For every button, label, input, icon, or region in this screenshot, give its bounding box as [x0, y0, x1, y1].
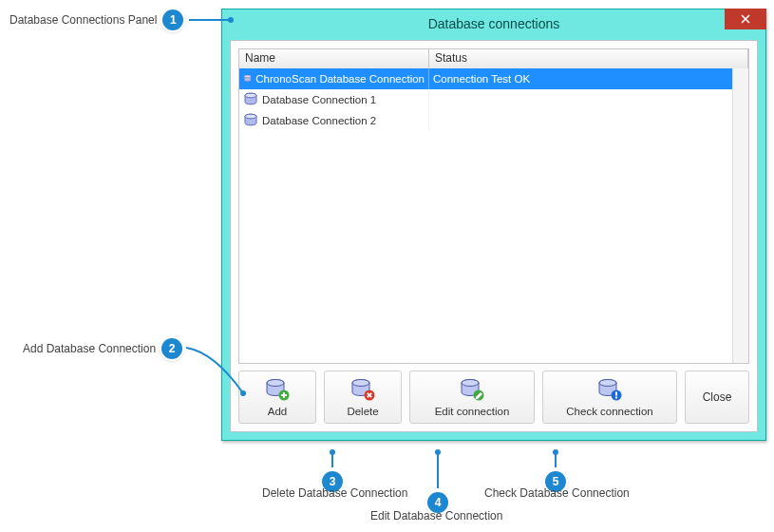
annotation-3-text: Delete Database Connection	[262, 486, 407, 500]
svg-point-16	[599, 380, 616, 387]
cell-name-text: Database Connection 2	[262, 115, 376, 126]
titlebar: Database connections	[222, 10, 765, 38]
connections-grid: Name Status ChronoScan Database Connecti…	[238, 48, 749, 364]
table-row[interactable]: Database Connection 1	[239, 89, 733, 110]
cell-name-text: ChronoScan Database Connection	[255, 73, 425, 85]
svg-point-22	[330, 449, 335, 455]
svg-point-13	[462, 380, 479, 387]
svg-rect-19	[615, 397, 617, 399]
check-connection-button[interactable]: Check connection	[542, 370, 677, 424]
col-status[interactable]: Status	[429, 49, 748, 68]
table-row[interactable]: ChronoScan Database ConnectionConnection…	[239, 68, 733, 89]
cell-status	[429, 89, 733, 110]
annotation-5-label: Check Database Connection	[484, 486, 630, 500]
annotation-3-bubble: 3	[322, 471, 343, 492]
database-icon	[243, 113, 258, 128]
annotation-5: 5	[545, 450, 566, 492]
annotation-4-bubble: 4	[427, 492, 448, 513]
svg-point-7	[267, 380, 284, 387]
add-button[interactable]: Add	[238, 370, 316, 424]
annotation-3-connector	[327, 450, 338, 467]
svg-rect-18	[615, 392, 617, 396]
db-check-icon	[597, 378, 622, 401]
annotation-4-connector	[432, 450, 444, 488]
svg-point-1	[244, 75, 251, 78]
db-connections-window: Database connections Name Status ChronoS…	[221, 9, 766, 441]
svg-point-3	[245, 93, 256, 98]
annotation-1: Database Connections Panel 1	[9, 10, 235, 30]
svg-point-5	[245, 114, 256, 119]
annotation-3: 3	[322, 450, 343, 492]
cell-name: ChronoScan Database Connection	[239, 68, 429, 89]
delete-button[interactable]: Delete	[324, 370, 402, 424]
annotation-4-text: Edit Database Connection	[370, 509, 502, 522]
annotation-2: Add Database Connection 2	[23, 338, 182, 359]
cell-status: Connection Test OK	[429, 68, 733, 89]
annotation-2-label: Add Database Connection	[23, 342, 156, 355]
window-title: Database connections	[428, 16, 560, 31]
annotation-5-bubble: 5	[545, 471, 566, 492]
close-icon	[740, 13, 751, 25]
table-row[interactable]: Database Connection 2	[239, 110, 733, 131]
annotation-4-label: Edit Database Connection	[370, 509, 502, 522]
add-button-label: Add	[268, 407, 287, 418]
cell-status	[429, 110, 733, 131]
annotation-4: 4	[427, 450, 448, 513]
db-edit-icon	[460, 378, 484, 401]
edit-connection-button[interactable]: Edit connection	[409, 370, 535, 424]
annotation-1-bubble: 1	[162, 10, 183, 30]
svg-point-10	[352, 380, 369, 387]
delete-button-label: Delete	[347, 407, 378, 418]
toolbar: Add Delete	[238, 370, 749, 424]
annotation-1-label: Database Connections Panel	[9, 13, 157, 27]
annotation-3-label: Delete Database Connection	[262, 486, 407, 500]
edit-connection-button-label: Edit connection	[435, 407, 510, 418]
grid-header: Name Status	[239, 49, 748, 69]
cell-status-text: Connection Test OK	[433, 73, 530, 85]
db-delete-icon	[350, 378, 375, 401]
col-name[interactable]: Name	[239, 49, 429, 68]
svg-point-23	[435, 449, 441, 455]
check-connection-button-label: Check connection	[566, 407, 652, 418]
cell-name: Database Connection 1	[239, 89, 429, 110]
annotation-2-bubble: 2	[161, 338, 182, 359]
client-area: Name Status ChronoScan Database Connecti…	[230, 40, 758, 432]
db-add-icon	[265, 378, 290, 401]
cell-name: Database Connection 2	[239, 110, 429, 131]
annotation-5-text: Check Database Connection	[484, 486, 630, 500]
grid-body: ChronoScan Database ConnectionConnection…	[239, 68, 733, 363]
database-icon	[243, 71, 252, 86]
close-button-label: Close	[703, 390, 732, 404]
annotation-5-connector	[550, 450, 561, 467]
window-close-button[interactable]	[725, 9, 766, 29]
database-icon	[243, 92, 258, 107]
grid-scrollbar[interactable]	[732, 68, 748, 363]
close-button[interactable]: Close	[685, 370, 749, 424]
svg-point-24	[553, 449, 558, 455]
cell-name-text: Database Connection 1	[262, 94, 376, 105]
